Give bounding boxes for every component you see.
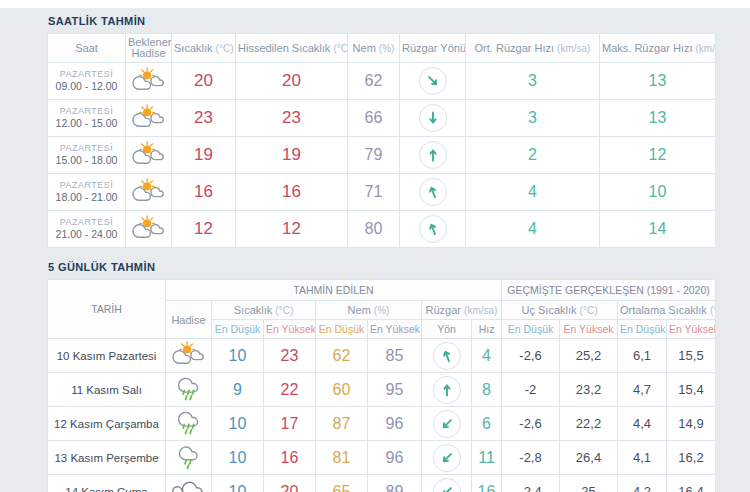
avg-min-value: 4,4 <box>618 407 667 441</box>
wind-avg-value: 2 <box>466 137 600 174</box>
weather-icon <box>169 407 209 437</box>
wind-avg-value: 4 <box>466 174 600 211</box>
feels-value: 16 <box>236 174 348 211</box>
ext-min-value: -2,4 <box>502 475 560 492</box>
wind-speed-value: 11 <box>472 441 502 475</box>
wind-avg-value: 4 <box>466 211 600 248</box>
avg-max-value: 16,2 <box>667 441 716 475</box>
wind-max-value: 13 <box>600 63 716 100</box>
wind-speed-value: 6 <box>472 407 502 441</box>
col-hiz: Hız <box>472 320 502 339</box>
col-hissedilen: Hissedilen Sıcaklık (°C) <box>236 34 348 63</box>
avg-min-value: 6,1 <box>618 339 667 373</box>
weather-icon <box>129 102 169 132</box>
day-label: PAZARTESİ <box>48 69 125 80</box>
saat-cell: PAZARTESİ15.00 - 18.00 <box>48 137 126 174</box>
saat-cell: PAZARTESİ09.00 - 12.00 <box>48 63 126 100</box>
date-label: 11 Kasım Salı <box>48 373 166 407</box>
ext-max-value: 25,2 <box>560 339 618 373</box>
ext-min-value: -2 <box>502 373 560 407</box>
hourly-forecast-table: Saat Beklenen Hadise Sıcaklık (°C) Hisse… <box>47 33 716 248</box>
daily-forecast-table: TARİH TAHMİN EDİLEN GEÇMİŞTE GERÇEKLEŞEN… <box>47 279 716 492</box>
hum-max-value: 95 <box>368 373 422 407</box>
temp-max-value: 20 <box>264 475 316 492</box>
humidity-value: 79 <box>348 137 400 174</box>
hourly-row: PAZARTESİ12.00 - 15.00 23 23 66 3 13 <box>48 100 716 137</box>
temp-max-value: 22 <box>264 373 316 407</box>
daily-header-group-row: TARİH TAHMİN EDİLEN GEÇMİŞTE GERÇEKLEŞEN… <box>48 280 716 301</box>
temp-min-value: 10 <box>212 407 264 441</box>
col-saat: Saat <box>48 34 126 63</box>
weather-icon <box>169 441 209 471</box>
hum-min-value: 62 <box>316 339 368 373</box>
weather-icon <box>129 213 169 243</box>
col-beklenen-hadise: Beklenen Hadise <box>126 34 172 63</box>
temp-value: 20 <box>172 63 236 100</box>
time-label: 18.00 - 21.00 <box>48 191 125 204</box>
saat-cell: PAZARTESİ21.00 - 24.00 <box>48 211 126 248</box>
col-maks-ruzgar: Maks. Rüzgar Hızı (km/sa) <box>600 34 716 63</box>
temp-value: 12 <box>172 211 236 248</box>
hum-min-value: 81 <box>316 441 368 475</box>
daily-row: 11 Kasım Salı 9 22 60 95 8 -2 23,2 4,7 1… <box>48 373 716 407</box>
col-avg-min: En Düşük <box>618 320 667 339</box>
weather-forecast-page: SAATLİK TAHMİN Saat Beklenen Hadise Sıca… <box>0 15 750 492</box>
avg-max-value: 14,9 <box>667 407 716 441</box>
date-label: 10 Kasım Pazartesi <box>48 339 166 373</box>
col-ext-min: En Düşük <box>502 320 560 339</box>
wind-direction-icon <box>419 178 447 206</box>
humidity-value: 80 <box>348 211 400 248</box>
humidity-value: 66 <box>348 100 400 137</box>
wind-direction-icon <box>419 141 447 169</box>
group-tahmin-edilen: TAHMİN EDİLEN <box>166 280 502 301</box>
date-label: 13 Kasım Perşembe <box>48 441 166 475</box>
col-ort-ruzgar: Ort. Rüzgar Hızı (km/sa) <box>466 34 600 63</box>
date-label: 12 Kasım Çarşamba <box>48 407 166 441</box>
temp-max-value: 23 <box>264 339 316 373</box>
feels-value: 19 <box>236 137 348 174</box>
col-nem: Nem (%) <box>348 34 400 63</box>
time-label: 09.00 - 12.00 <box>48 80 125 93</box>
wind-max-value: 12 <box>600 137 716 174</box>
hourly-row: PAZARTESİ21.00 - 24.00 12 12 80 4 14 <box>48 211 716 248</box>
temp-min-value: 10 <box>212 441 264 475</box>
avg-min-value: 4,2 <box>618 475 667 492</box>
daily-row: 13 Kasım Perşembe 10 16 81 96 11 -2,8 26… <box>48 441 716 475</box>
hum-max-value: 85 <box>368 339 422 373</box>
hourly-row: PAZARTESİ15.00 - 18.00 19 19 79 2 12 <box>48 137 716 174</box>
col-uc-sicaklik-group: Uç Sıcaklık (°C) <box>502 301 618 320</box>
temp-min-value: 10 <box>212 475 264 492</box>
avg-max-value: 16,4 <box>667 475 716 492</box>
daily-row: 12 Kasım Çarşamba 10 17 87 96 6 -2,6 22,… <box>48 407 716 441</box>
hourly-section-title: SAATLİK TAHMİN <box>48 15 715 27</box>
weather-icon <box>129 65 169 95</box>
wind-speed-value: 8 <box>472 373 502 407</box>
wind-direction-icon <box>433 478 461 492</box>
day-label: PAZARTESİ <box>48 180 125 191</box>
wind-direction-icon <box>433 376 461 404</box>
hum-max-value: 96 <box>368 441 422 475</box>
col-hum-max: En Yüksek <box>368 320 422 339</box>
daily-row: 10 Kasım Pazartesi 10 23 62 85 4 -2,6 25… <box>48 339 716 373</box>
wind-max-value: 14 <box>600 211 716 248</box>
temp-value: 16 <box>172 174 236 211</box>
temp-min-value: 10 <box>212 339 264 373</box>
wind-max-value: 13 <box>600 100 716 137</box>
col-hum-min: En Düşük <box>316 320 368 339</box>
weather-icon <box>169 475 209 492</box>
col-avg-max: En Yüksek <box>667 320 716 339</box>
daily-row: 14 Kasım Cuma 10 20 65 89 16 -2,4 25 4,2… <box>48 475 716 492</box>
wind-direction-icon <box>433 444 461 472</box>
humidity-value: 62 <box>348 63 400 100</box>
wind-avg-value: 3 <box>466 63 600 100</box>
feels-value: 12 <box>236 211 348 248</box>
day-label: PAZARTESİ <box>48 106 125 117</box>
date-label: 14 Kasım Cuma <box>48 475 166 492</box>
avg-max-value: 15,5 <box>667 339 716 373</box>
hourly-header-row: Saat Beklenen Hadise Sıcaklık (°C) Hisse… <box>48 34 716 63</box>
col-hadise: Hadise <box>166 301 212 339</box>
hourly-row: PAZARTESİ09.00 - 12.00 20 20 62 3 13 <box>48 63 716 100</box>
col-nem-group: Nem (%) <box>316 301 422 320</box>
ext-max-value: 25 <box>560 475 618 492</box>
temp-min-value: 9 <box>212 373 264 407</box>
